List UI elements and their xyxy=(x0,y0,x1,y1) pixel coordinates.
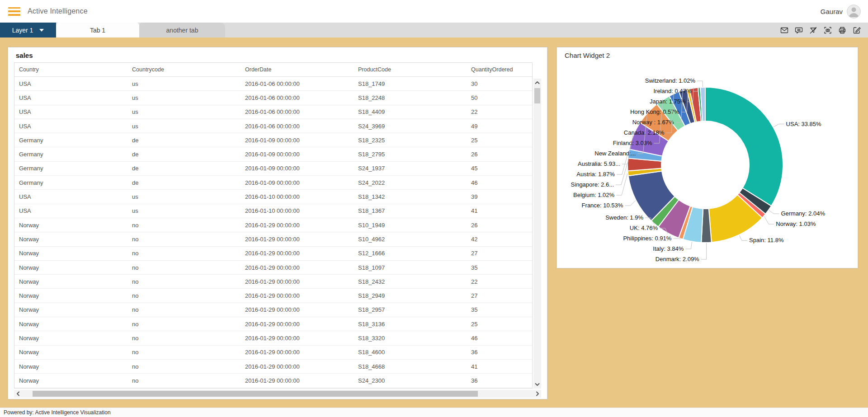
table-row[interactable]: USAus2016-01-10 00:00:00S18_134239 xyxy=(14,190,532,204)
table-cell: S24_1937 xyxy=(354,165,467,172)
table-cell: 27 xyxy=(467,292,532,299)
table-cell: S18_3320 xyxy=(354,335,467,342)
sales-table: CountryCountrycodeOrderDateProductCodeQu… xyxy=(14,62,533,389)
table-cell: S18_1367 xyxy=(354,207,467,214)
column-header-orderdate[interactable]: OrderDate xyxy=(241,66,354,73)
table-cell: no xyxy=(127,306,241,313)
table-row[interactable]: Norwayno2016-01-29 00:00:00S10_496242 xyxy=(14,232,532,246)
table-cell: USA xyxy=(14,94,127,101)
table-row[interactable]: USAus2016-01-06 00:00:00S18_174930 xyxy=(14,77,532,91)
table-cell: no xyxy=(127,335,241,342)
sales-widget-title: sales xyxy=(8,47,547,62)
table-cell: 36 xyxy=(467,349,532,356)
table-cell: de xyxy=(127,151,241,158)
table-row[interactable]: Norwayno2016-01-29 00:00:00S18_466841 xyxy=(14,360,532,374)
table-cell: 30 xyxy=(467,80,532,87)
table-row[interactable]: Germanyde2016-01-09 00:00:00S24_193745 xyxy=(14,162,532,176)
table-cell: S18_4409 xyxy=(354,108,467,115)
table-row[interactable]: Norwayno2016-01-29 00:00:00S18_332046 xyxy=(14,331,532,345)
table-row[interactable]: USAus2016-01-06 00:00:00S18_440922 xyxy=(14,105,532,119)
pie-slice-label: USA: 33.85% xyxy=(786,121,821,127)
table-cell: S18_1749 xyxy=(354,80,467,87)
print-icon[interactable] xyxy=(837,25,847,35)
table-row[interactable]: Norwayno2016-01-29 00:00:00S24_230036 xyxy=(14,374,532,388)
table-row[interactable]: Norwayno2016-01-29 00:00:00S18_243222 xyxy=(14,275,532,289)
table-cell: 2016-01-29 00:00:00 xyxy=(241,250,354,257)
column-header-country[interactable]: Country xyxy=(14,66,127,73)
donut-chart: Switzerland: 1.02%Ireland: 0.47%Japan: 1… xyxy=(563,62,853,262)
pie-slice-label: Canada: 2.18% xyxy=(624,129,665,136)
table-row[interactable]: Norwayno2016-01-29 00:00:00S12_166627 xyxy=(14,247,532,261)
table-cell: no xyxy=(127,321,241,328)
table-row[interactable]: USAus2016-01-06 00:00:00S18_224850 xyxy=(14,91,532,105)
table-cell: S18_1342 xyxy=(354,193,467,200)
edit-icon[interactable] xyxy=(852,25,862,35)
pie-slice-label: Germany: 2.04% xyxy=(781,210,825,217)
capture-icon[interactable] xyxy=(823,25,833,35)
layer-selector[interactable]: Layer 1 xyxy=(0,23,56,37)
vertical-scrollbar[interactable] xyxy=(533,79,541,389)
table-cell: 2016-01-29 00:00:00 xyxy=(241,264,354,271)
pie-slice-label: Belgium: 1.02% xyxy=(573,192,614,198)
table-cell: S18_2248 xyxy=(354,94,467,101)
table-cell: 2016-01-06 00:00:00 xyxy=(241,108,354,115)
pie-slice-usa[interactable] xyxy=(705,87,783,206)
scroll-up-icon[interactable] xyxy=(533,79,541,87)
table-cell: S18_1097 xyxy=(354,264,467,271)
table-row[interactable]: Germanyde2016-01-09 00:00:00S24_202246 xyxy=(14,176,532,190)
table-row[interactable]: Germanyde2016-01-09 00:00:00S18_232525 xyxy=(14,133,532,147)
table-cell: USA xyxy=(14,207,127,214)
label-leader-line xyxy=(685,242,692,249)
table-cell: 2016-01-29 00:00:00 xyxy=(241,377,354,384)
table-row[interactable]: Norwayno2016-01-29 00:00:00S18_460036 xyxy=(14,346,532,360)
table-cell: Norway xyxy=(14,306,127,313)
horizontal-scroll-thumb[interactable] xyxy=(33,391,478,397)
menu-icon[interactable] xyxy=(8,7,20,16)
pie-slice-label: Sweden: 1.9% xyxy=(605,214,643,221)
filter-off-icon[interactable] xyxy=(808,25,818,35)
table-cell: 22 xyxy=(467,108,532,115)
table-cell: S10_1949 xyxy=(354,222,467,229)
table-cell: 2016-01-09 00:00:00 xyxy=(241,165,354,172)
table-cell: S24_2300 xyxy=(354,377,467,384)
tab-another[interactable]: another tab xyxy=(139,23,225,37)
pie-slice-label: France: 10.53% xyxy=(582,202,623,209)
tab-1[interactable]: Tab 1 xyxy=(56,23,139,37)
table-row[interactable]: USAus2016-01-06 00:00:00S24_396949 xyxy=(14,119,532,133)
column-header-countrycode[interactable]: Countrycode xyxy=(127,66,241,73)
table-cell: 2016-01-06 00:00:00 xyxy=(241,94,354,101)
table-row[interactable]: Norwayno2016-01-29 00:00:00S18_313625 xyxy=(14,317,532,331)
label-leader-line xyxy=(673,239,680,239)
pie-slice-label: Singapore: 2.6... xyxy=(571,181,614,188)
table-row[interactable]: USAus2016-01-10 00:00:00S18_136741 xyxy=(14,204,532,218)
email-icon[interactable] xyxy=(779,25,789,35)
table-row[interactable]: Norwayno2016-01-29 00:00:00S10_194926 xyxy=(14,218,532,232)
table-row[interactable]: Germanyde2016-01-09 00:00:00S18_279526 xyxy=(14,147,532,161)
comment-icon[interactable] xyxy=(794,25,804,35)
table-row[interactable]: Norwayno2016-01-29 00:00:00S18_294927 xyxy=(14,289,532,303)
horizontal-scrollbar[interactable] xyxy=(14,390,541,398)
table-cell: 41 xyxy=(467,207,532,214)
table-cell: no xyxy=(127,292,241,299)
pie-slice-label: Denmark: 2.09% xyxy=(656,256,699,262)
column-header-productcode[interactable]: ProductCode xyxy=(354,66,467,73)
table-row[interactable]: Norwayno2016-01-29 00:00:00S18_109735 xyxy=(14,261,532,275)
pie-slice-label: Ireland: 0.47% xyxy=(653,88,691,94)
scroll-down-icon[interactable] xyxy=(533,380,541,389)
scroll-right-icon[interactable] xyxy=(533,390,541,398)
vertical-scroll-thumb[interactable] xyxy=(534,88,540,103)
table-cell: 50 xyxy=(467,94,532,101)
table-cell: 35 xyxy=(467,306,532,313)
table-cell: Norway xyxy=(14,278,127,285)
scroll-left-icon[interactable] xyxy=(14,390,22,398)
user-avatar-icon[interactable] xyxy=(847,5,861,19)
label-leader-line xyxy=(739,235,747,241)
column-header-quantityordered[interactable]: QuantityOrdered xyxy=(467,66,532,73)
sales-widget: sales CountryCountrycodeOrderDateProduct… xyxy=(8,47,547,399)
table-cell: us xyxy=(127,207,241,214)
table-cell: Norway xyxy=(14,335,127,342)
table-row[interactable]: Norwayno2016-01-29 00:00:00S18_295735 xyxy=(14,303,532,317)
table-cell: no xyxy=(127,236,241,243)
table-cell: S18_2949 xyxy=(354,292,467,299)
chevron-down-icon xyxy=(39,29,44,32)
